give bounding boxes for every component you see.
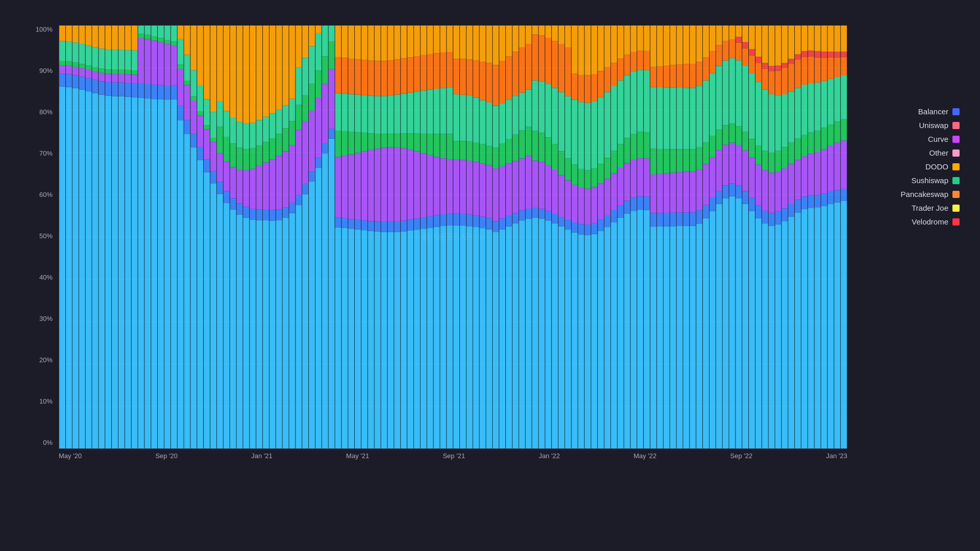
x-axis-label: Jan '22 — [538, 452, 560, 464]
x-axis-label: May '21 — [346, 452, 369, 464]
legend-area: Balancer Uniswap Curve Other DODO Sushis… — [847, 26, 960, 464]
legend-color-swatch — [952, 163, 960, 170]
x-axis-label: Sep '21 — [443, 452, 465, 464]
legend-color-swatch — [952, 177, 960, 184]
chart-body: ⛓ MESSARI.io May '20Sep '20Jan '21May '2… — [59, 26, 847, 464]
x-axis-label: May '22 — [633, 452, 656, 464]
legend-label: Other — [929, 148, 948, 157]
legend-label: Balancer — [918, 107, 948, 116]
legend-label: Sushiswap — [911, 176, 948, 185]
x-axis-label: Sep '22 — [730, 452, 753, 464]
chart-canvas — [59, 26, 847, 448]
x-axis: May '20Sep '20Jan '21May '21Sep '21Jan '… — [59, 449, 847, 464]
legend-item: Sushiswap — [868, 176, 960, 185]
y-axis-label: 50% — [39, 232, 53, 240]
legend-item: Curve — [868, 135, 960, 143]
legend-label: Trader Joe — [912, 204, 948, 212]
y-axis-label: 70% — [39, 149, 53, 157]
y-axis-label: 10% — [39, 397, 53, 405]
legend-item: DODO — [868, 162, 960, 171]
legend-color-swatch — [952, 149, 960, 157]
y-axis-label: 30% — [39, 315, 53, 322]
y-axis-label: 80% — [39, 108, 53, 116]
legend-item: Pancakeswap — [868, 190, 960, 198]
legend-item: Uniswap — [868, 121, 960, 130]
y-axis-label: 60% — [39, 191, 53, 198]
legend-color-swatch — [952, 191, 960, 198]
legend-item: Velodrome — [868, 217, 960, 226]
legend-item: Balancer — [868, 107, 960, 116]
y-axis: 100%90%80%70%60%50%40%30%20%10%0% — [31, 26, 59, 464]
y-axis-label: 20% — [39, 356, 53, 364]
x-axis-label: Jan '23 — [826, 452, 847, 464]
legend-color-swatch — [952, 205, 960, 212]
legend-label: DODO — [925, 162, 948, 171]
bars-container: ⛓ MESSARI.io — [59, 26, 847, 449]
legend-item: Other — [868, 148, 960, 157]
legend-label: Curve — [928, 135, 948, 143]
legend-color-swatch — [952, 218, 960, 226]
legend-color-swatch — [952, 136, 960, 143]
legend-item: Trader Joe — [868, 204, 960, 212]
y-axis-label: 0% — [43, 439, 53, 446]
x-axis-label: May '20 — [59, 452, 82, 464]
y-axis-label: 90% — [39, 67, 53, 74]
page-container: 100%90%80%70%60%50%40%30%20%10%0% ⛓ MESS… — [0, 0, 980, 551]
y-axis-label: 40% — [39, 273, 53, 281]
x-axis-label: Jan '21 — [251, 452, 273, 464]
legend-label: Uniswap — [919, 121, 948, 130]
y-axis-label: 100% — [36, 26, 53, 33]
legend-label: Velodrome — [912, 217, 948, 226]
chart-area: 100%90%80%70%60%50%40%30%20%10%0% ⛓ MESS… — [31, 26, 960, 464]
legend-label: Pancakeswap — [901, 190, 948, 198]
x-axis-label: Sep '20 — [155, 452, 178, 464]
legend-color-swatch — [952, 122, 960, 129]
legend-color-swatch — [952, 108, 960, 115]
